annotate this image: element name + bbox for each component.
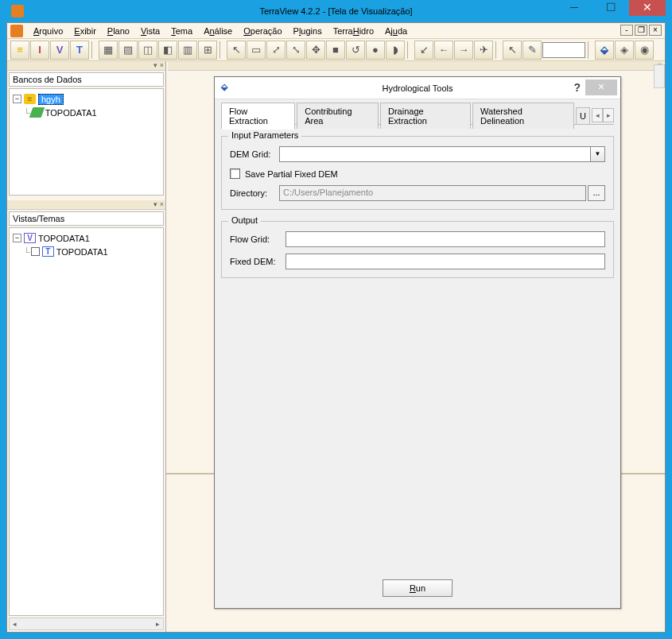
tool-icon-2[interactable]: ▨ [118, 41, 138, 60]
maximize-button[interactable]: ☐ [592, 0, 629, 16]
views-title: Vistas/Temas [9, 211, 164, 226]
menu-bar: Arquivo Exibir Plano Vista Tema Análise … [7, 23, 665, 39]
tab-scroll-left-icon[interactable]: ◂ [592, 108, 603, 122]
minimize-button[interactable]: ─ [556, 0, 592, 16]
menu-analise[interactable]: Análise [198, 25, 238, 37]
output-group: Output Flow Grid: Fixed DEM: [221, 221, 614, 278]
view-child-node[interactable]: TOPODATA1 [56, 247, 108, 257]
dialog-titlebar[interactable]: ⬙ Hydrological Tools ? × [215, 77, 620, 99]
tool-icon-4[interactable]: ◧ [158, 41, 177, 60]
save-partial-checkbox[interactable] [230, 168, 240, 179]
save-partial-label[interactable]: Save Partial Fixed DEM [245, 169, 338, 179]
close-button[interactable]: ✕ [629, 0, 666, 16]
tool-icon-6[interactable]: ⊞ [198, 41, 217, 60]
view-icon[interactable]: V [50, 41, 69, 60]
db-root-node[interactable]: hgyh [38, 94, 64, 105]
full-extent-icon[interactable]: ■ [326, 41, 345, 60]
menu-arquivo[interactable]: Arquivo [28, 25, 68, 37]
pan-icon[interactable]: ✥ [306, 41, 325, 60]
next-icon[interactable]: → [454, 41, 473, 60]
pointer-icon[interactable]: ↖ [227, 41, 246, 60]
edit-icon[interactable]: ✎ [522, 41, 542, 60]
directory-field: C:/Users/Planejamento [279, 185, 586, 201]
shape-icon[interactable]: ◗ [386, 41, 405, 60]
output-legend: Output [228, 215, 261, 225]
refresh-icon[interactable]: ↺ [346, 41, 365, 60]
dialog-tabs: Flow Extraction Contributing Area Draina… [221, 106, 614, 125]
mdi-minimize-button[interactable]: - [620, 25, 633, 36]
view-icon: V [24, 233, 36, 243]
toolbar: ≡ I V T ▦ ▨ ◫ ◧ ▥ ⊞ ↖ ▭ ⤢ ⤡ ✥ ■ ↺ ● ◗ ↙ … [7, 39, 665, 61]
window-title: TerraView 4.2.2 - [Tela de Visualização] [259, 6, 412, 16]
menu-ajuda[interactable]: Ajuda [379, 25, 413, 37]
prev-icon[interactable]: ← [434, 41, 453, 60]
view-root-node[interactable]: TOPODATA1 [38, 234, 90, 243]
pane-close-icon[interactable]: × [160, 201, 164, 208]
chevron-down-icon[interactable]: ▼ [591, 146, 605, 162]
tab-flow-extraction[interactable]: Flow Extraction [221, 103, 295, 130]
mdi-restore-button[interactable]: ❐ [635, 25, 647, 36]
fly-icon[interactable]: ✈ [474, 41, 493, 60]
scale-input[interactable] [542, 42, 585, 58]
db-child-node[interactable]: TOPODATA1 [45, 108, 97, 118]
theme-icon[interactable]: T [70, 41, 89, 60]
tool-icon-3[interactable]: ◫ [138, 41, 157, 60]
input-legend: Input Parameters [228, 130, 301, 140]
cursor-icon[interactable]: ↖ [503, 41, 522, 60]
menu-plano[interactable]: Plano [102, 25, 135, 37]
theme-icon: T [42, 246, 54, 257]
flow-grid-field[interactable] [286, 231, 605, 247]
browse-button[interactable]: ... [588, 185, 605, 201]
views-tree[interactable]: − V TOPODATA1 └ T TOPODATA1 [9, 227, 164, 616]
plugin-icon-3[interactable]: ◉ [635, 41, 654, 60]
vertical-scrollbar[interactable] [654, 64, 665, 88]
plugin-icon-2[interactable]: ◈ [615, 41, 634, 60]
theme-checkbox[interactable] [31, 247, 40, 256]
dialog-close-button[interactable]: × [585, 79, 617, 95]
hydrological-tools-dialog: ⬙ Hydrological Tools ? × Flow Extraction… [214, 76, 621, 609]
run-button[interactable]: Run [383, 579, 453, 597]
input-parameters-group: Input Parameters DEM Grid: ▼ Save Partia… [221, 136, 614, 210]
app-icon-small [10, 25, 23, 37]
app-icon [11, 5, 24, 17]
menu-vista[interactable]: Vista [135, 25, 165, 37]
info-icon[interactable]: I [30, 41, 49, 60]
menu-exibir[interactable]: Exibir [68, 25, 102, 37]
help-button[interactable]: ? [573, 81, 581, 94]
databases-pane: ▾× Bancos de Dados − ≡ hgyh └ TOPODATA1 [7, 61, 165, 200]
tool-icon-5[interactable]: ▥ [178, 41, 197, 60]
menu-tema[interactable]: Tema [165, 25, 198, 37]
horizontal-scrollbar[interactable]: ◂▸ [9, 618, 164, 630]
dialog-title: Hydrological Tools [382, 83, 453, 93]
select-icon[interactable]: ▭ [247, 41, 266, 60]
menu-plugins[interactable]: Plugins [288, 25, 328, 37]
mdi-close-button[interactable]: × [649, 25, 662, 36]
tab-watershed-delineation[interactable]: Watershed Delineation [472, 103, 574, 129]
flow-grid-label: Flow Grid: [230, 234, 286, 244]
pane-close-icon[interactable]: × [160, 62, 164, 69]
plugin-icon-1[interactable]: ⬙ [595, 41, 614, 60]
tab-contributing-area[interactable]: Contributing Area [297, 103, 379, 129]
zoom-out-icon[interactable]: ⤡ [286, 41, 305, 60]
tree-collapse-icon[interactable]: − [13, 234, 21, 242]
dialog-app-icon: ⬙ [221, 82, 232, 93]
pane-undock-icon[interactable]: ▾ [153, 62, 157, 69]
tab-more[interactable]: U [576, 107, 590, 124]
fixed-dem-field[interactable] [286, 254, 605, 269]
circle-icon[interactable]: ● [366, 41, 385, 60]
menu-terrahidro[interactable]: TerraHidro [328, 25, 379, 37]
tab-drainage-extraction[interactable]: Drainage Extraction [380, 103, 471, 129]
zoom-in-icon[interactable]: ⤢ [266, 41, 286, 60]
tool-icon-1[interactable]: ▦ [99, 41, 118, 60]
database-icon[interactable]: ≡ [10, 41, 29, 60]
layer-icon [29, 107, 45, 118]
measure-icon[interactable]: ↙ [414, 41, 433, 60]
tab-scroll-right-icon[interactable]: ▸ [603, 108, 614, 122]
dem-grid-label: DEM Grid: [230, 149, 279, 159]
pane-undock-icon[interactable]: ▾ [153, 201, 157, 208]
window-titlebar[interactable]: TerraView 4.2.2 - [Tela de Visualização]… [6, 0, 666, 22]
tree-collapse-icon[interactable]: − [13, 95, 21, 103]
databases-tree[interactable]: − ≡ hgyh └ TOPODATA1 [9, 88, 164, 196]
menu-operacao[interactable]: Operação [238, 25, 287, 37]
dem-grid-combo[interactable] [279, 146, 591, 162]
